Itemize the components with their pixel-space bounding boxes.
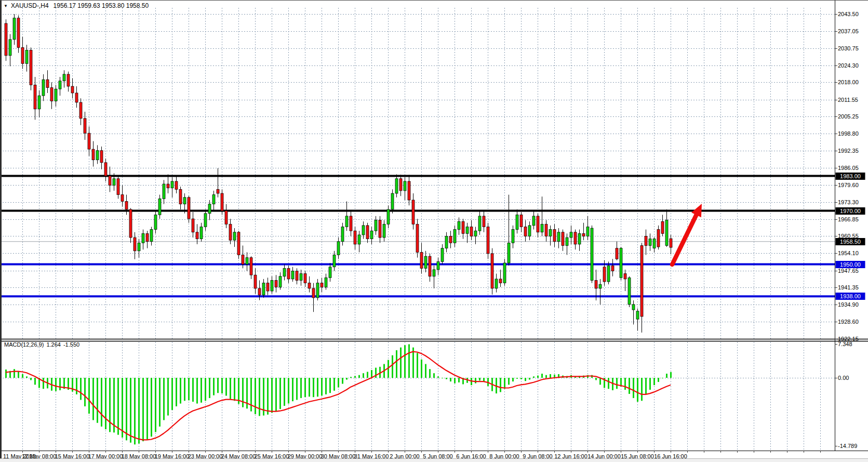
candle-body	[337, 242, 340, 255]
candle-body	[104, 163, 107, 176]
candle-body	[117, 179, 119, 195]
macd-bar	[475, 378, 476, 384]
macd-bar	[234, 378, 235, 401]
candle-body	[491, 254, 493, 288]
macd-bar	[400, 348, 402, 378]
candlesticks	[5, 14, 672, 333]
macd-bar	[176, 378, 177, 406]
macd-bar	[126, 378, 127, 440]
macd-bar	[520, 378, 522, 379]
candle-body	[607, 266, 610, 282]
candle-body	[595, 280, 597, 288]
candle-body	[566, 237, 568, 245]
macd-bar	[512, 378, 514, 381]
candle-body	[325, 278, 327, 287]
candle-body	[433, 270, 435, 276]
chart-canvas[interactable]: 2043.502037.052030.752024.302018.002011.…	[0, 1, 868, 462]
macd-bar	[666, 374, 667, 378]
candle-body	[67, 74, 70, 86]
macd-bar	[255, 378, 256, 414]
macd-bar	[34, 378, 36, 385]
candle-body	[138, 243, 140, 250]
candle-body	[308, 283, 311, 288]
candle-body	[179, 189, 182, 204]
macd-bar	[404, 345, 406, 378]
macd-bar	[421, 360, 422, 378]
candle-body	[271, 280, 273, 291]
candle-body	[237, 232, 240, 255]
macd-bar	[309, 378, 310, 397]
chart-title: ▼XAUUSD-,H41956.17 1959.63 1953.80 1958.…	[4, 2, 149, 9]
candle-body	[508, 243, 510, 263]
candle-body	[250, 258, 252, 275]
symbol-dropdown-icon[interactable]: ▼	[4, 4, 8, 8]
macd-bar	[633, 378, 634, 398]
macd-bar	[101, 378, 102, 427]
candle-body	[653, 239, 656, 248]
macd-bar	[230, 378, 231, 399]
macd-bar	[155, 378, 156, 432]
candle-body	[50, 88, 53, 101]
macd-bar	[425, 364, 426, 378]
candle-body	[30, 50, 32, 85]
macd-bar	[151, 378, 152, 437]
price-tick-label: 1979.60	[838, 182, 859, 188]
candle-body	[616, 248, 618, 259]
macd-bar	[14, 369, 15, 378]
macd-bar	[595, 378, 597, 380]
macd-bar	[516, 378, 518, 379]
macd-bar	[641, 378, 643, 401]
price-tick-label: 2043.50	[838, 11, 859, 17]
candle-body	[42, 80, 45, 96]
candle-body	[100, 151, 103, 163]
candle-body	[375, 220, 377, 231]
macd-bar	[346, 378, 348, 380]
macd-bar	[454, 378, 456, 384]
level-price-badge: 1970.00	[836, 207, 865, 215]
candle-body	[5, 23, 7, 56]
window-left-border	[0, 1, 2, 458]
candle-body	[399, 179, 402, 191]
macd-bar	[296, 378, 298, 400]
macd-bar	[508, 378, 510, 385]
candle-body	[670, 239, 672, 247]
candle-body	[63, 74, 65, 81]
candle-body	[46, 80, 49, 87]
price-tick-label: 1973.30	[838, 199, 859, 205]
macd-bar	[130, 378, 131, 443]
indicator-axis: 7.3480.00-14.789	[835, 341, 857, 449]
candle-body	[362, 226, 365, 235]
candle-body	[96, 151, 99, 160]
candle-body	[212, 195, 215, 204]
candle-body	[632, 305, 635, 310]
macd-bar	[645, 378, 647, 394]
macd-bar	[171, 378, 173, 410]
candle-body	[163, 184, 165, 199]
level-price-badge: 1950.00	[836, 261, 865, 268]
macd-bar	[292, 378, 293, 401]
price-tick-label: 2024.30	[838, 62, 859, 69]
candle-body	[524, 227, 527, 236]
candle-body	[570, 232, 572, 237]
macd-bar	[396, 350, 397, 378]
macd-bar	[217, 378, 219, 393]
candle-body	[208, 204, 211, 214]
candle-body	[645, 236, 647, 245]
candle-body	[416, 224, 419, 252]
macd-bar	[354, 376, 356, 378]
candle-body	[453, 230, 456, 243]
candle-body	[620, 248, 622, 278]
candle-body	[200, 227, 203, 239]
candle-body	[217, 189, 219, 193]
candle-body	[474, 231, 477, 236]
chart-window: 2043.502037.052030.752024.302018.002011.…	[0, 0, 868, 462]
candle-body	[333, 255, 336, 267]
candle-body	[574, 232, 577, 244]
candle-body	[316, 283, 319, 298]
candle-body	[624, 274, 626, 279]
macd-bar	[300, 378, 302, 398]
price-tick-label: 1928.60	[838, 319, 859, 325]
trend-arrow-annotation[interactable]	[672, 204, 702, 265]
macd-bar	[284, 378, 285, 406]
macd-bar	[458, 378, 460, 382]
